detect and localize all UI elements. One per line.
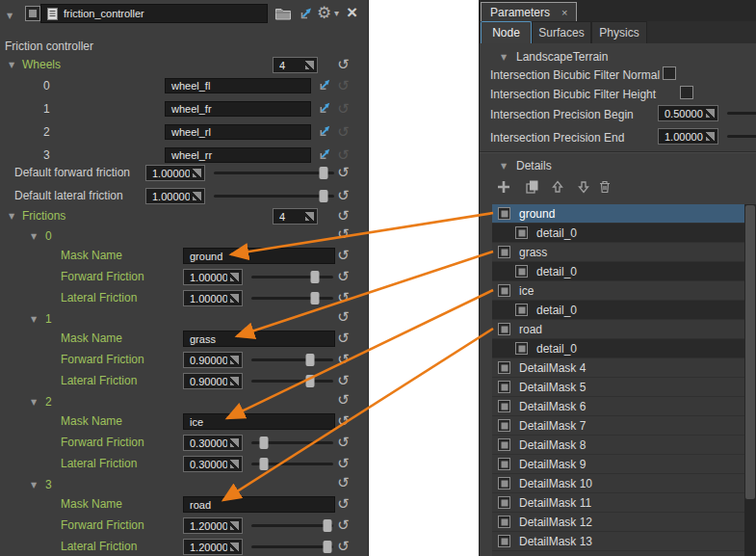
- frictions-reset-button[interactable]: ↺: [335, 208, 352, 225]
- wheel-name-field[interactable]: wheel_fl: [165, 78, 311, 93]
- list-item-detailmask[interactable]: DetailMask 7: [492, 416, 744, 435]
- list-item-detail[interactable]: detail_0: [492, 262, 744, 280]
- reset-button[interactable]: ↺: [335, 352, 352, 368]
- tab-parameters[interactable]: Parameters ×: [481, 2, 577, 21]
- reset-button[interactable]: ↺: [335, 435, 352, 451]
- reset-button[interactable]: ↺: [335, 269, 352, 285]
- drag-resize-icon[interactable]: [706, 109, 715, 118]
- precision-end-slider[interactable]: [727, 128, 756, 145]
- reset-button[interactable]: ↺: [335, 496, 352, 513]
- add-detail-button[interactable]: [496, 179, 512, 196]
- mask-checkbox[interactable]: [498, 207, 510, 220]
- wheel-pick-button[interactable]: [318, 146, 332, 162]
- tab-node[interactable]: Node: [481, 21, 532, 43]
- slider-handle[interactable]: [324, 541, 332, 553]
- drag-resize-icon[interactable]: [230, 356, 239, 364]
- list-item-detailmask[interactable]: DetailMask 10: [492, 474, 744, 492]
- slider-handle[interactable]: [311, 271, 320, 283]
- wheels-count-spinbox[interactable]: 4: [273, 57, 318, 73]
- mask-name-field-grass[interactable]: grass: [183, 331, 335, 347]
- list-item-detail[interactable]: detail_0: [492, 301, 744, 319]
- wheel-pick-button[interactable]: [318, 100, 332, 116]
- forward-friction-slider[interactable]: [251, 269, 333, 285]
- reset-button[interactable]: ↺: [335, 392, 352, 409]
- reset-button[interactable]: ↺: [335, 517, 352, 534]
- list-item-detailmask[interactable]: DetailMask 11: [492, 493, 744, 512]
- friction-group-expander-icon[interactable]: ▼: [31, 311, 37, 328]
- drag-resize-icon[interactable]: [230, 377, 239, 385]
- forward-friction-slider[interactable]: [251, 517, 333, 534]
- drag-resize-icon[interactable]: [305, 61, 314, 69]
- list-item-detailmask[interactable]: DetailMask 12: [492, 513, 744, 531]
- move-down-button[interactable]: [576, 179, 592, 196]
- slider-track[interactable]: [251, 524, 333, 527]
- list-item-detailmask[interactable]: DetailMask 6: [492, 397, 744, 415]
- friction-group-expander-icon[interactable]: ▼: [31, 228, 37, 245]
- wheel-reset-button[interactable]: ↺: [335, 101, 352, 118]
- drag-resize-icon[interactable]: [230, 521, 239, 530]
- friction-group-expander-icon[interactable]: ▼: [31, 394, 37, 410]
- slider-track[interactable]: [727, 112, 756, 115]
- slider-track[interactable]: [214, 195, 334, 198]
- forward-friction-spinbox[interactable]: 1.00000: [183, 269, 243, 285]
- wheels-expander-icon[interactable]: ▼: [9, 57, 14, 73]
- slider-handle[interactable]: [259, 437, 268, 449]
- details-expander-icon[interactable]: ▼: [501, 158, 507, 174]
- mask-checkbox[interactable]: [498, 246, 510, 258]
- frictions-expander-icon[interactable]: ▼: [9, 208, 14, 225]
- forward-friction-spinbox[interactable]: 0.90000: [183, 352, 243, 368]
- scrollbar-thumb[interactable]: [745, 205, 755, 499]
- precision-begin-slider[interactable]: [727, 105, 756, 121]
- lateral-friction-spinbox[interactable]: 0.30000: [183, 456, 243, 472]
- wheel-reset-button[interactable]: ↺: [335, 78, 352, 94]
- wheel-reset-button[interactable]: ↺: [335, 124, 352, 141]
- node-name-field[interactable]: friction_controller: [40, 4, 268, 23]
- slider-track[interactable]: [251, 276, 333, 278]
- list-item-ground[interactable]: ground: [492, 204, 744, 223]
- tab-surfaces[interactable]: Surfaces: [532, 21, 591, 43]
- reset-button[interactable]: ↺: [335, 290, 352, 306]
- slider-track[interactable]: [251, 358, 333, 361]
- mask-name-field-road[interactable]: road: [183, 496, 335, 513]
- detail-checkbox[interactable]: [515, 342, 528, 355]
- close-panel-button[interactable]: ×: [347, 3, 357, 22]
- slider-handle[interactable]: [306, 375, 315, 387]
- drag-resize-icon[interactable]: [230, 460, 239, 468]
- gear-dropdown-caret-icon[interactable]: ▾: [334, 4, 339, 23]
- export-node-button[interactable]: [298, 4, 315, 23]
- mask-checkbox[interactable]: [498, 535, 510, 547]
- lateral-friction-slider[interactable]: [251, 456, 333, 472]
- folder-button[interactable]: [274, 5, 292, 22]
- list-item-detailmask[interactable]: DetailMask 9: [492, 455, 744, 473]
- bicubic-height-checkbox[interactable]: [680, 86, 693, 99]
- gear-button[interactable]: ⚙: [317, 3, 331, 22]
- move-up-button[interactable]: [550, 179, 566, 196]
- list-item-detailmask[interactable]: DetailMask 5: [492, 378, 744, 396]
- mask-checkbox[interactable]: [498, 361, 510, 374]
- precision-begin-spinbox[interactable]: 0.50000: [658, 105, 718, 121]
- drag-resize-icon[interactable]: [230, 294, 239, 303]
- wheel-name-field[interactable]: wheel_rr: [165, 147, 311, 163]
- slider-handle[interactable]: [259, 458, 268, 470]
- wheel-pick-button[interactable]: [318, 77, 332, 93]
- tab-physics[interactable]: Physics: [591, 21, 647, 43]
- mask-checkbox[interactable]: [498, 438, 510, 451]
- list-item-detail[interactable]: detail_0: [492, 339, 744, 357]
- forward-friction-slider[interactable]: [251, 352, 333, 368]
- detail-checkbox[interactable]: [515, 304, 528, 316]
- slider-handle[interactable]: [324, 519, 332, 532]
- drag-resize-icon[interactable]: [230, 273, 239, 281]
- list-item-grass[interactable]: grass: [492, 243, 744, 261]
- lateral-friction-slider[interactable]: [251, 373, 333, 389]
- delete-detail-button[interactable]: [597, 179, 613, 196]
- reset-button[interactable]: ↺: [335, 188, 352, 204]
- slider-handle[interactable]: [319, 167, 327, 179]
- list-scrollbar[interactable]: [744, 204, 756, 556]
- slider-track[interactable]: [251, 297, 333, 300]
- lateral-friction-spinbox[interactable]: 1.00000: [183, 290, 243, 306]
- reset-button[interactable]: ↺: [335, 373, 352, 389]
- default-lateral-friction-spinbox[interactable]: 1.00000: [145, 188, 205, 204]
- wheel-reset-button[interactable]: ↺: [335, 147, 352, 164]
- mask-checkbox[interactable]: [498, 381, 510, 393]
- reset-button[interactable]: ↺: [335, 539, 352, 555]
